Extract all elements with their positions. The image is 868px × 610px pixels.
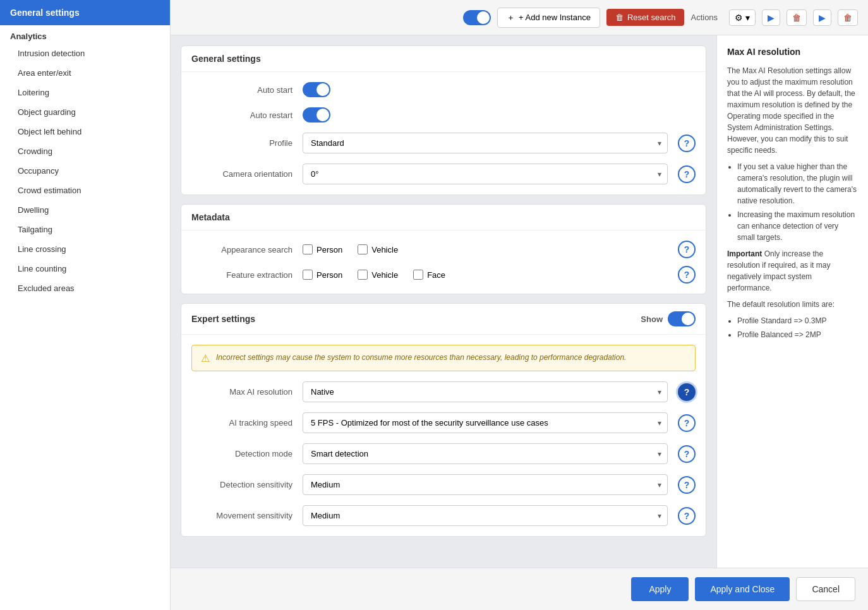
max-ai-resolution-row: Max AI resolution Native ▾ ? xyxy=(191,381,696,402)
movement-sensitivity-row: Movement sensitivity Medium ▾ ? xyxy=(191,505,696,526)
sidebar-item-loitering[interactable]: Loitering xyxy=(0,83,170,102)
general-settings-card: General settings Auto start Auto restart xyxy=(181,45,706,195)
appearance-person-label: Person xyxy=(316,245,342,254)
general-settings-body: Auto start Auto restart Prof xyxy=(181,72,706,194)
apply-button[interactable]: Apply xyxy=(631,577,689,601)
sidebar-active-item[interactable]: General settings xyxy=(0,0,170,25)
appearance-person-checkbox[interactable]: Person xyxy=(303,244,342,254)
reset-search-button[interactable]: 🗑 Reset search xyxy=(606,9,685,26)
sidebar-item-object-left-behind[interactable]: Object left behind xyxy=(0,122,170,141)
reset-search-label: Reset search xyxy=(627,13,676,22)
add-instance-button[interactable]: ＋ + Add new Instance xyxy=(497,8,600,28)
feature-face-checkbox[interactable]: Face xyxy=(413,270,445,280)
top-bar: ＋ + Add new Instance 🗑 Reset search Acti… xyxy=(171,0,868,35)
feature-person-input[interactable] xyxy=(303,270,313,280)
sidebar-item-excluded-areas[interactable]: Excluded areas xyxy=(0,278,170,298)
help-panel-bullet1: If you set a value higher than the camer… xyxy=(737,161,858,206)
profile-select-wrap: Standard ▾ xyxy=(303,133,668,153)
sidebar-item-object-guarding[interactable]: Object guarding xyxy=(0,102,170,122)
detection-sensitivity-help-icon[interactable]: ? xyxy=(678,476,696,494)
delete-action-button[interactable]: 🗑 xyxy=(787,9,807,26)
expert-settings-body: ⚠ Incorrect settings may cause the syste… xyxy=(181,335,706,536)
ai-tracking-speed-row: AI tracking speed 5 FPS - Optimized for … xyxy=(191,412,696,433)
auto-start-toggle[interactable] xyxy=(303,82,330,97)
plus-icon: ＋ xyxy=(507,12,515,23)
auto-restart-toggle[interactable] xyxy=(303,107,330,123)
sidebar-analytics-header: Analytics xyxy=(0,25,170,44)
sidebar-item-intrusion-detection[interactable]: Intrusion detection xyxy=(0,44,170,63)
delete-action-button-2[interactable]: 🗑 xyxy=(838,9,858,26)
help-panel-limit1: Profile Standard => 0.3MP xyxy=(737,315,858,326)
feature-extraction-help-icon[interactable]: ? xyxy=(678,266,696,284)
expert-header-row: Expert settings Show xyxy=(191,311,696,326)
expert-show-thumb xyxy=(682,313,694,325)
feature-extraction-checkboxes: Person Vehicle Face xyxy=(303,270,668,280)
show-label: Show xyxy=(641,314,663,324)
max-ai-resolution-wrap: Native ▾ xyxy=(303,381,668,402)
appearance-vehicle-checkbox[interactable]: Vehicle xyxy=(358,244,398,254)
cancel-button[interactable]: Cancel xyxy=(796,577,855,601)
max-ai-resolution-select[interactable]: Native xyxy=(303,381,668,402)
detection-mode-help-icon[interactable]: ? xyxy=(678,445,696,463)
warning-icon: ⚠ xyxy=(201,352,210,364)
camera-orientation-help-icon[interactable]: ? xyxy=(678,165,696,183)
apply-close-button[interactable]: Apply and Close xyxy=(695,577,790,601)
expert-show-toggle[interactable] xyxy=(668,311,696,326)
sidebar-item-occupancy[interactable]: Occupancy xyxy=(0,161,170,181)
detection-mode-wrap: Smart detection ▾ xyxy=(303,443,668,464)
play-action-button[interactable]: ▶ xyxy=(762,9,780,26)
auto-restart-thumb xyxy=(316,109,329,121)
sidebar-item-line-crossing[interactable]: Line crossing xyxy=(0,239,170,259)
appearance-search-label: Appearance search xyxy=(191,245,292,254)
camera-orientation-select[interactable]: 0° xyxy=(303,164,668,184)
sidebar-item-area-enter-exit[interactable]: Area enter/exit xyxy=(0,63,170,83)
detection-sensitivity-row: Detection sensitivity Medium ▾ ? xyxy=(191,474,696,495)
movement-sensitivity-wrap: Medium ▾ xyxy=(303,505,668,526)
gear-action-button[interactable]: ⚙ ▾ xyxy=(729,9,756,26)
appearance-search-help-icon[interactable]: ? xyxy=(678,241,696,258)
feature-face-input[interactable] xyxy=(413,270,423,280)
trash-icon: 🗑 xyxy=(615,13,624,22)
appearance-vehicle-input[interactable] xyxy=(358,244,368,254)
profile-select[interactable]: Standard xyxy=(303,133,668,153)
profile-help-icon[interactable]: ? xyxy=(678,135,696,152)
auto-restart-row: Auto restart xyxy=(191,107,696,123)
max-ai-resolution-help-icon[interactable]: ? xyxy=(678,383,696,401)
feature-extraction-label: Feature extraction xyxy=(191,270,292,280)
main-area: ＋ + Add new Instance 🗑 Reset search Acti… xyxy=(171,0,868,610)
sidebar-item-line-counting[interactable]: Line counting xyxy=(0,259,170,278)
sidebar-item-dwelling[interactable]: Dwelling xyxy=(0,200,170,220)
ai-tracking-speed-label: AI tracking speed xyxy=(191,418,292,428)
help-panel-bullets: If you set a value higher than the camer… xyxy=(727,161,858,243)
detection-sensitivity-select[interactable]: Medium xyxy=(303,474,668,495)
help-panel-important-label: Important xyxy=(727,249,762,258)
sidebar-item-crowd-estimation[interactable]: Crowd estimation xyxy=(0,181,170,200)
appearance-person-input[interactable] xyxy=(303,244,313,254)
sidebar-item-tailgating[interactable]: Tailgating xyxy=(0,220,170,239)
help-panel-limit2: Profile Balanced => 2MP xyxy=(737,329,858,340)
help-panel-important: Important Only increase the resolution i… xyxy=(727,248,858,294)
ai-tracking-speed-wrap: 5 FPS - Optimized for most of the securi… xyxy=(303,412,668,433)
feature-vehicle-checkbox[interactable]: Vehicle xyxy=(358,270,398,280)
actions-label: Actions xyxy=(690,13,718,22)
help-panel-paragraph1: The Max AI Resolution settings allow you… xyxy=(727,65,858,156)
sidebar-item-crowding[interactable]: Crowding xyxy=(0,141,170,161)
detection-mode-select[interactable]: Smart detection xyxy=(303,443,668,464)
ai-tracking-speed-select[interactable]: 5 FPS - Optimized for most of the securi… xyxy=(303,412,668,433)
appearance-search-row: Appearance search Person Vehicle ? xyxy=(191,241,696,258)
feature-vehicle-label: Vehicle xyxy=(371,270,398,280)
instance-toggle[interactable] xyxy=(463,10,491,25)
content-layout: General settings Auto start Auto restart xyxy=(171,35,868,568)
feature-extraction-row: Feature extraction Person Vehicle xyxy=(191,266,696,284)
feature-person-checkbox[interactable]: Person xyxy=(303,270,342,280)
movement-sensitivity-help-icon[interactable]: ? xyxy=(678,507,696,525)
warning-text: Incorrect settings may cause the system … xyxy=(216,352,626,363)
feature-vehicle-input[interactable] xyxy=(358,270,368,280)
play-action-button-2[interactable]: ▶ xyxy=(813,9,831,26)
expert-settings-header: Expert settings Show xyxy=(181,304,706,335)
ai-tracking-speed-help-icon[interactable]: ? xyxy=(678,414,696,432)
add-instance-label: + Add new Instance xyxy=(519,13,591,22)
detection-sensitivity-label: Detection sensitivity xyxy=(191,480,292,489)
help-panel-default-limits: The default resolution limits are: xyxy=(727,299,858,310)
movement-sensitivity-select[interactable]: Medium xyxy=(303,505,668,526)
